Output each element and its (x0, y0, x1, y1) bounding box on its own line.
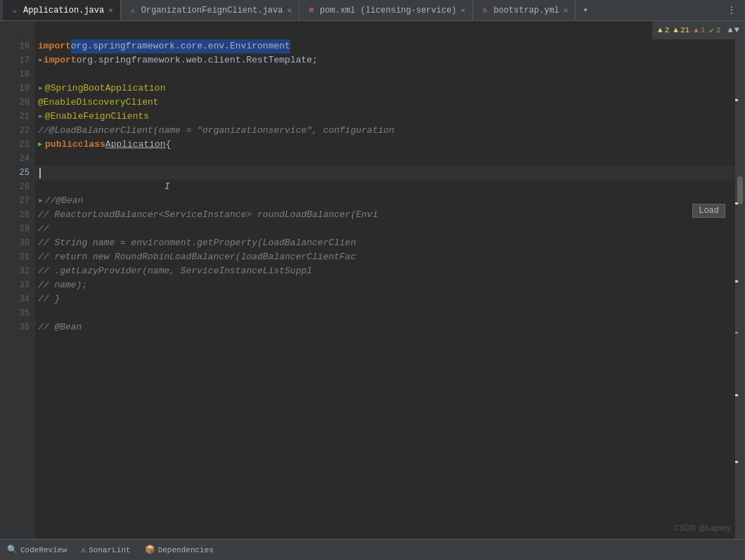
code-line-29: // (35, 222, 735, 236)
token-annotation-20: @EnableDiscoveryClient (38, 96, 159, 110)
code-line-16: import org.springframework.core.env.Envi… (35, 39, 735, 53)
fold-icon-21: ▸ (38, 110, 44, 124)
fold-icon-27: ▸ (38, 194, 44, 208)
line-num-19: 19 (0, 82, 30, 96)
token-public-23: public (45, 138, 78, 152)
sonarlint-label: SonarLint (89, 546, 130, 554)
line-num-36: 36 (0, 320, 30, 334)
warn-badge-2: ▲ 21 (673, 26, 689, 34)
nav-down-arrow[interactable]: ▼ (734, 25, 739, 35)
line-num-22: 22 (0, 124, 30, 138)
tab-bar: ☕ Application.java ✕ ⚠ OrganizationFeign… (0, 0, 745, 21)
tab-application[interactable]: ☕ Application.java ✕ (3, 0, 121, 20)
warning-bar: ▲ 2 ▲ 21 ▲ 1 ✔ 2 ▲ ▼ (652, 21, 745, 39)
code-line-25[interactable] (35, 166, 735, 180)
code-line-23: ▶ public class Application { (35, 138, 735, 152)
dependencies-icon: 📦 (145, 545, 155, 555)
code-line-19: ▸ @SpringBootApplication (35, 82, 735, 96)
line-num-16: 16 (0, 39, 30, 53)
tab-close-bootstrap[interactable]: ✕ (564, 6, 569, 15)
marker-warning-5 (735, 461, 738, 463)
token-class-23: class (78, 138, 105, 152)
ok-count: 2 (716, 26, 721, 34)
code-line-32: // .getLazyProvider(name, ServiceInstanc… (35, 264, 735, 278)
err-triangle: ▲ (694, 26, 699, 34)
tab-icon-application: ☕ (10, 6, 20, 15)
tab-gear-button[interactable]: ⋮ (721, 4, 742, 16)
nav-arrows: ▲ ▼ (728, 25, 739, 35)
token-comment-22: //@LoadBalancerClient(name = "organizati… (38, 124, 394, 138)
line-num-20: 20 (0, 96, 30, 110)
bottom-bar: 🔍 CodeReview ⚠ SonarLint 📦 Dependencies (0, 539, 745, 560)
dependencies-label: Dependencies (158, 546, 214, 554)
line-num-29: 29 (0, 222, 30, 236)
warn-count-2: 21 (680, 26, 689, 34)
line-num-33: 33 (0, 278, 30, 292)
code-line-17: ▸ import org.springframework.web.client.… (35, 53, 735, 67)
scrollbar-thumb[interactable] (737, 176, 743, 204)
line-num-27: 27 (0, 194, 30, 208)
code-line-26: I (35, 180, 735, 194)
tab-label-pom: pom.xml (licensing-service) (320, 6, 456, 15)
line-num-35: 35 (0, 306, 30, 320)
tab-pom[interactable]: m pom.xml (licensing-service) ✕ (299, 0, 473, 20)
token-comment-32: // .getLazyProvider(name, ServiceInstanc… (38, 264, 312, 278)
sonarlint-icon: ⚠ (81, 545, 86, 555)
line-num-18: 18 (0, 67, 30, 82)
tab-org-client[interactable]: ⚠ OrganizationFeignClient.java ✕ (121, 0, 299, 20)
code-line-21: ▸ @EnableFeignClients (35, 110, 735, 124)
tab-label-org: OrganizationFeignClient.java (141, 6, 283, 15)
tab-icon-org: ⚠ (128, 6, 138, 15)
ok-check-icon: ✔ (709, 26, 714, 35)
tab-close-org[interactable]: ✕ (287, 6, 292, 15)
watermark: CSDN @Lapsey (674, 523, 731, 532)
load-popup: Load (692, 204, 725, 218)
token-comment-29: // (38, 222, 49, 236)
warn-badge-1: ▲ 2 (658, 26, 669, 34)
marker-warning-1 (735, 99, 738, 101)
token-comment-30: // String name = environment.getProperty… (38, 236, 356, 250)
tab-more-button[interactable]: ▾ (578, 5, 592, 15)
token-comment-33: // name); (38, 278, 87, 292)
token-pkg-16: org.springframework.core.env.Environment (71, 39, 290, 53)
token-import-17: import (44, 53, 77, 67)
tab-close-application[interactable]: ✕ (108, 6, 113, 15)
marker-warning-3 (735, 280, 738, 282)
code-line-30: // String name = environment.getProperty… (35, 236, 735, 250)
token-comment-27b: @Bean (56, 194, 83, 208)
tab-bootstrap[interactable]: ⚙ bootstrap.yml ✕ (473, 0, 576, 20)
warn-count-1: 2 (665, 26, 670, 34)
fold-icon-19: ▸ (38, 82, 44, 96)
marker-warning-2 (735, 202, 738, 204)
tab-close-pom[interactable]: ✕ (461, 6, 466, 15)
code-line-28: // ReactorLoadBalancer<ServiceInstance> … (35, 208, 735, 222)
line-num-24: 24 (0, 152, 30, 166)
line-number-gutter: 16 17 18 19 20 21 22 23 24 25 26 27 28 2… (0, 21, 35, 539)
err-count: 1 (701, 26, 706, 34)
marker-error-1 (735, 332, 738, 334)
token-comment-34: // } (38, 292, 60, 306)
code-editor[interactable]: import org.springframework.core.env.Envi… (35, 21, 735, 539)
line-num-23: 23 (0, 138, 30, 152)
token-brace-23: { (166, 138, 171, 152)
line-num-25: 25 (0, 166, 30, 180)
token-classname-23: Application (105, 138, 166, 152)
bottom-item-dependencies[interactable]: 📦 Dependencies (145, 545, 214, 555)
run-icon-23[interactable]: ▶ (38, 138, 42, 152)
line-num-30: 30 (0, 236, 30, 250)
token-comment-28: // ReactorLoadBalancer<ServiceInstance> … (38, 208, 378, 222)
token-pkg-17: org.springframework.web.client.RestTempl… (77, 53, 318, 67)
tab-label-bootstrap: bootstrap.yml (493, 6, 559, 15)
bottom-item-sonarlint[interactable]: ⚠ SonarLint (81, 545, 131, 555)
code-line-36: // @Bean (35, 320, 735, 334)
line-num-21: 21 (0, 110, 30, 124)
warn-triangle-1: ▲ (658, 26, 663, 34)
ok-badge: ✔ 2 (709, 26, 720, 35)
code-line-18 (35, 67, 735, 82)
tab-label-application: Application.java (23, 6, 104, 15)
codereview-icon: 🔍 (7, 545, 18, 555)
bottom-item-codereview[interactable]: 🔍 CodeReview (7, 545, 67, 555)
nav-up-arrow[interactable]: ▲ (728, 25, 733, 35)
scrollbar-track[interactable] (735, 21, 745, 539)
line-num-28: 28 (0, 208, 30, 222)
